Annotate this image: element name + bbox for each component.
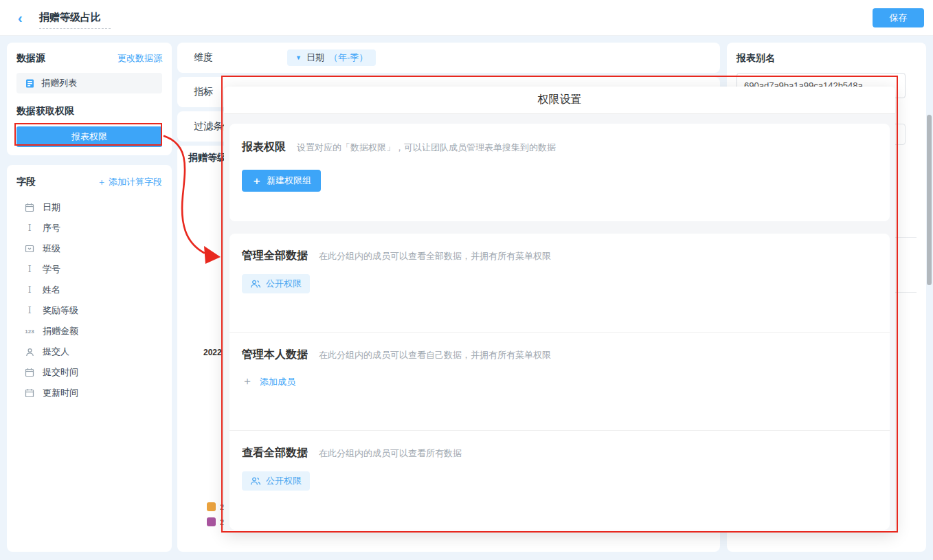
field-label: 日期 [43,201,60,214]
title-underline [39,28,111,29]
field-label: 奖励等级 [43,304,78,317]
modal-header: 权限设置 [224,87,895,114]
legend-swatch-orange [207,502,216,511]
field-list: 日期 I 序号 班级 I 学号 I 姓名 I 奖励等级 123 捐赠金额 提交人 [16,197,162,403]
fields-heading: 字段 [16,176,36,188]
dimension-label: 维度 [194,52,213,64]
field-item-name[interactable]: I 姓名 [16,280,162,300]
text-icon: I [23,306,36,315]
chart-title: 捐赠等级 [188,152,227,164]
group-title: 管理本人数据 [242,348,308,362]
save-button[interactable]: 保存 [873,8,924,27]
chevron-down-icon[interactable]: ▼ [295,54,302,61]
text-icon: I [23,285,36,295]
field-label: 学号 [43,263,60,276]
text-icon: I [23,265,36,274]
people-icon [250,280,261,289]
change-datasource-link[interactable]: 更改数据源 [117,52,162,65]
modal-body: 报表权限 设置对应的「数据权限」，可以让团队成员管理表单搜集到的数据 ＋ 新建权… [224,114,895,530]
field-item-reward-level[interactable]: I 奖励等级 [16,300,162,321]
chart-axis-label: 2022 [203,348,222,357]
field-item-donation-amount[interactable]: 123 捐赠金额 [16,321,162,341]
datasource-item[interactable]: 捐赠列表 [16,73,162,93]
page-title: 捐赠等级占比 [39,11,101,24]
group-desc: 在此分组内的成员可以查看全部数据，并拥有所有菜单权限 [319,250,551,262]
field-label: 序号 [43,222,60,234]
public-permission-tag[interactable]: 公开权限 [242,471,310,491]
field-label: 捐赠金额 [43,325,78,337]
field-item-class[interactable]: 班级 [16,238,162,259]
public-permission-label: 公开权限 [266,278,302,290]
back-icon[interactable]: ‹ [18,10,23,26]
add-member-label: 添加成员 [260,376,295,388]
field-item-update-time[interactable]: 更新时间 [16,383,162,403]
datasource-heading: 数据源 [16,52,45,65]
report-permission-desc: 设置对应的「数据权限」，可以让团队成员管理表单搜集到的数据 [297,142,556,154]
metric-label: 指标 [194,86,213,98]
people-icon [250,477,261,486]
plus-icon: ＋ [251,175,262,188]
group-manage-all-data: 管理全部数据 在此分组内的成员可以查看全部数据，并拥有所有菜单权限 公开权限 [229,234,890,332]
permission-groups-card: 管理全部数据 在此分组内的成员可以查看全部数据，并拥有所有菜单权限 公开权限 管… [229,234,890,530]
public-permission-tag[interactable]: 公开权限 [242,274,310,293]
field-label: 姓名 [43,284,60,296]
topbar: ‹ 捐赠等级占比 保存 [0,0,933,36]
field-label: 更新时间 [43,387,78,399]
calendar-icon [23,388,36,398]
group-title: 管理全部数据 [242,249,308,263]
field-item-date[interactable]: 日期 [16,197,162,218]
group-manage-own-data: 管理本人数据 在此分组内的成员可以查看自己数据，并拥有所有菜单权限 ＋ 添加成员 [229,332,890,430]
field-item-serial[interactable]: I 序号 [16,218,162,238]
field-label: 提交人 [43,346,69,358]
fields-panel: 字段 ＋ 添加计算字段 日期 I 序号 班级 I 学号 I 姓名 I 奖励等级 … [7,165,172,552]
document-icon [23,78,36,89]
permission-settings-modal: 权限设置 报表权限 设置对应的「数据权限」，可以让团队成员管理表单搜集到的数据 … [224,87,895,531]
add-member-link[interactable]: ＋ 添加成员 [242,374,295,389]
report-permission-title: 报表权限 [242,140,286,155]
field-label: 提交时间 [43,366,78,379]
plus-icon: ＋ [242,374,253,389]
datasource-panel: 数据源 更改数据源 捐赠列表 数据获取权限 报表权限 [7,43,172,155]
field-item-student-id[interactable]: I 学号 [16,259,162,280]
person-icon [23,348,36,357]
new-permission-group-button[interactable]: ＋ 新建权限组 [242,170,321,192]
public-permission-label: 公开权限 [266,475,302,487]
add-calculated-field-link[interactable]: ＋ 添加计算字段 [97,176,162,188]
field-item-submit-time[interactable]: 提交时间 [16,362,162,383]
report-alias-heading: 报表别名 [737,52,917,65]
modal-title: 权限设置 [538,93,582,107]
report-permission-section: 报表权限 设置对应的「数据权限」，可以让团队成员管理表单搜集到的数据 ＋ 新建权… [229,124,890,221]
datasource-item-label: 捐赠列表 [41,77,77,89]
group-view-all-data: 查看全部数据 在此分组内的成员可以查看所有数据 公开权限 [229,430,890,528]
dimension-tag[interactable]: ▼ 日期 （年-季） [287,49,376,66]
calendar-icon [23,368,36,377]
field-item-submitter[interactable]: 提交人 [16,341,162,362]
dimension-tag-field: 日期 [306,52,324,64]
group-title: 查看全部数据 [242,446,308,460]
calendar-icon [23,203,36,212]
group-desc: 在此分组内的成员可以查看自己数据，并拥有所有菜单权限 [319,349,551,361]
select-icon [23,244,36,254]
scrollbar-thumb[interactable] [927,115,932,285]
group-desc: 在此分组内的成员可以查看所有数据 [319,447,462,460]
dimension-tag-detail: （年-季） [329,52,368,64]
text-icon: I [23,223,36,233]
legend-swatch-purple [207,517,216,526]
dimension-card: 维度 ▼ 日期 （年-季） [177,43,720,73]
new-permission-group-label: 新建权限组 [267,175,311,187]
report-permission-button[interactable]: 报表权限 [16,126,162,147]
field-label: 班级 [43,243,60,255]
acquire-permission-heading: 数据获取权限 [16,105,162,117]
number-icon: 123 [23,328,36,335]
